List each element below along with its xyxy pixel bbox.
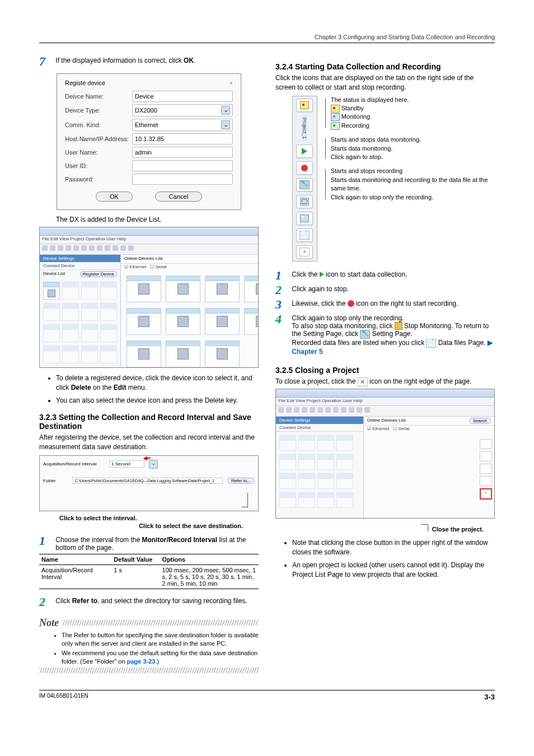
close-project-caption: Close the project.	[432, 526, 484, 533]
step-1r-text: Click the icon to start data collection.	[292, 268, 494, 278]
step-7-text: If the displayed information is correct,…	[55, 54, 258, 64]
note-item-1: The Refer to button for specifying the s…	[62, 631, 259, 648]
hatch-divider-icon	[39, 668, 259, 673]
user-id-label: User ID:	[65, 162, 132, 169]
step-7-number: 7	[39, 54, 54, 69]
callout-interval: Click to select the interval.	[59, 515, 259, 521]
recording-icon	[331, 122, 340, 130]
bullet-delete-key: You can also select the device icon and …	[56, 396, 259, 405]
footer-docid: IM 04L65B01-01EN	[39, 693, 88, 701]
close-icon: ×	[358, 377, 368, 386]
section-3-2-3-heading: 3.2.3 Setting the Collection and Record …	[39, 413, 259, 431]
footer-pagenum: 3-3	[484, 693, 495, 701]
arrow-icon: ◀━	[143, 455, 150, 461]
ok-button[interactable]: OK	[96, 192, 133, 202]
step-2-text: Click Refer to, and select the directory…	[55, 595, 258, 605]
standby-icon	[331, 105, 340, 113]
play-button[interactable]	[296, 144, 313, 158]
host-ip-input[interactable]: 10.1.32.85	[132, 133, 233, 144]
section-3-2-5-heading: 3.2.5 Closing a Project	[275, 366, 495, 375]
section-3-2-4-heading: 3.2.4 Starting Data Collection and Recor…	[275, 62, 495, 71]
device-list-screenshot: File Edit View Project Operation User He…	[39, 227, 259, 368]
close-project-screenshot: File Edit View Project Operation User He…	[275, 389, 495, 519]
password-label: Password:	[65, 176, 132, 183]
step-2-number: 2	[39, 595, 54, 609]
host-ip-label: Host Name/IP Address:	[65, 136, 132, 142]
step-1-number: 1	[39, 534, 54, 548]
data-files-icon	[426, 339, 436, 348]
data-files-button[interactable]	[296, 228, 313, 242]
device-type-label: Deivce Type:	[65, 107, 132, 114]
refer-to-button[interactable]: Refer to...	[227, 478, 255, 484]
folder-settings-bar: Folder C:\Users\Public\Documents\GA10\DA…	[39, 473, 259, 490]
user-name-input[interactable]: admin	[132, 147, 233, 158]
chevron-down-icon[interactable]: ⌄	[221, 120, 230, 129]
step-1-text: Choose the interval from the Monitor/Rec…	[55, 534, 258, 552]
step-2r-number: 2	[275, 283, 290, 297]
step-2r-text: Click again to stop.	[292, 283, 494, 293]
play-description: Starts and stops data monitoring. Starts…	[325, 136, 495, 161]
monitor-page-button[interactable]	[296, 195, 313, 208]
register-device-dialog: Registe device × Deivce Name: Device Dei…	[57, 73, 241, 210]
bullet-lock-note: An open project is locked (other users c…	[292, 561, 495, 580]
record-icon	[348, 300, 354, 307]
monitoring-icon	[331, 113, 340, 121]
interval-options-table: Name Default Value Options Acquisition/R…	[39, 554, 259, 589]
dialog-close-icon[interactable]: ×	[229, 80, 233, 86]
interval-settings-bar: Acquisition/Record Interval 1 Second ◀━ …	[39, 455, 259, 473]
page-3-23-link[interactable]: page 3-23	[127, 658, 156, 665]
user-name-label: User Name:	[65, 149, 132, 156]
password-input[interactable]	[132, 174, 233, 185]
device-name-input[interactable]: Device	[132, 91, 233, 102]
device-name-label: Deivce Name:	[65, 93, 132, 100]
cancel-button[interactable]: Cancel	[155, 192, 202, 202]
dialog-title: Registe device	[65, 80, 105, 86]
status-description: The status is displayed here. Standby Mo…	[325, 96, 495, 130]
section-3-2-4-text: Click the icons that are displayed on th…	[275, 73, 495, 92]
comm-kind-select[interactable]: Ethernet⌄	[132, 119, 233, 131]
status-icon[interactable]	[296, 99, 313, 112]
dx-added-caption: The DX is added to the Device List.	[56, 216, 259, 223]
stop-icon	[395, 322, 402, 330]
setting-page-button[interactable]	[296, 178, 313, 192]
play-icon	[320, 272, 324, 277]
callout-destination: Click to select the save destination.	[39, 522, 243, 529]
section-3-2-3-text: After registering the device, set the co…	[39, 433, 259, 452]
step-4r-number: 4	[275, 312, 290, 326]
step-1r-number: 1	[275, 268, 290, 283]
layout-button[interactable]	[296, 212, 313, 225]
note-heading: Note	[39, 617, 259, 629]
step-3r-text: Likewise, click the icon on the right to…	[292, 297, 494, 307]
user-id-input[interactable]	[132, 160, 233, 171]
chevron-down-icon[interactable]: ⌄	[221, 106, 230, 115]
folder-path-field[interactable]: C:\Users\Public\Documents\GA10\DAQ—Data …	[73, 478, 223, 484]
record-button[interactable]	[296, 161, 313, 175]
hatch-divider-icon	[62, 620, 259, 626]
bullet-close-note: Note that clicking the close button in t…	[292, 538, 495, 557]
project-tab[interactable]: Project_1	[302, 115, 307, 141]
vertical-toolbar: Project_1 ×	[292, 96, 317, 262]
device-type-select[interactable]: DX2000⌄	[132, 104, 233, 116]
step-4r-text: Click again to stop only the recording. …	[292, 312, 494, 356]
bullet-delete: To delete a registered device, click the…	[56, 374, 259, 393]
comm-kind-label: Comm. Kind:	[65, 122, 132, 128]
running-header: Chapter 3 Configuring and Starting Data …	[39, 34, 495, 43]
step-3r-number: 3	[275, 297, 290, 312]
chevron-down-icon[interactable]: ⌄	[149, 460, 158, 469]
interval-dropdown[interactable]: 1 Second	[109, 460, 144, 468]
section-3-2-5-text: To close a project, click the × icon on …	[275, 377, 495, 386]
note-item-2: We recommend you use the default setting…	[62, 649, 259, 666]
record-description: Starts and stops recording Starts data m…	[325, 167, 495, 202]
close-icon-highlighted[interactable]: ×	[480, 488, 492, 500]
close-project-button[interactable]: ×	[296, 245, 313, 259]
wrench-icon	[360, 330, 370, 339]
